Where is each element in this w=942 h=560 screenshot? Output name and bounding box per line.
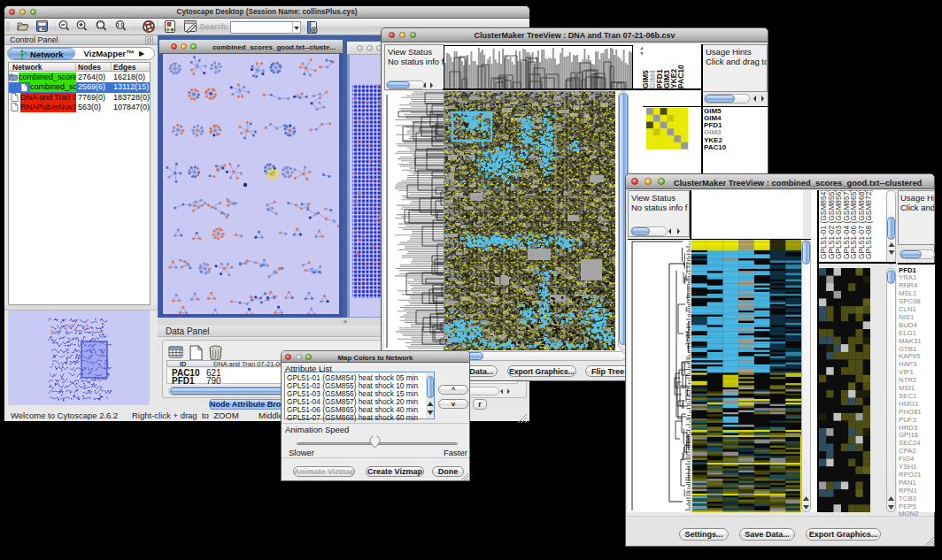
svg-text:1:1: 1:1 bbox=[117, 22, 123, 27]
svg-text:Search:: Search: bbox=[199, 21, 228, 31]
svg-text:PAC10: PAC10 bbox=[676, 65, 685, 88]
svg-text:GPL51-08 (GSM872): GPL51-08 (GSM872) bbox=[864, 190, 873, 259]
